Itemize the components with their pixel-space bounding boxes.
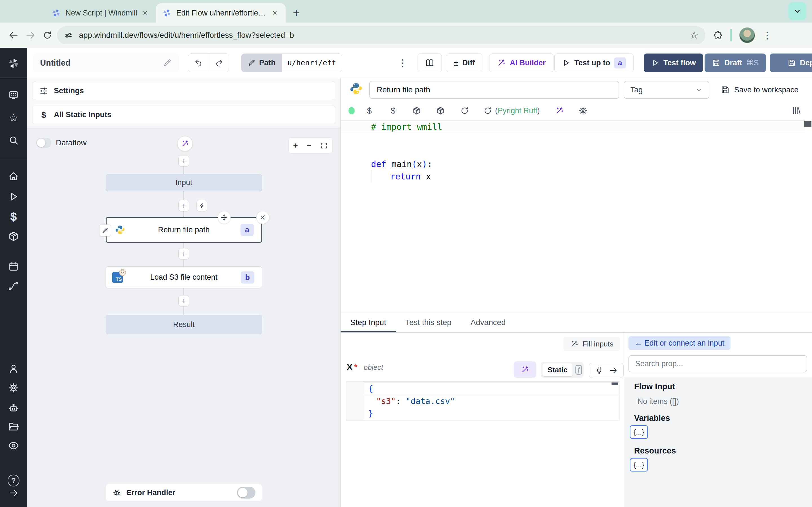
json-value-editor[interactable]: { "s3": "data.csv" } (346, 381, 619, 421)
insert-step-button[interactable]: + (179, 248, 189, 260)
sidebar-item-flows[interactable] (0, 278, 27, 294)
flow-graph-canvas[interactable]: Dataflow + − + Input + (27, 128, 340, 507)
fit-view-icon[interactable] (320, 142, 328, 150)
sidebar-item-schedules[interactable] (0, 259, 27, 274)
reset-icon[interactable] (482, 101, 493, 120)
new-tab-button[interactable]: + (286, 6, 307, 22)
close-icon (259, 214, 266, 221)
tab-test-this-step[interactable]: Test this step (396, 313, 461, 332)
editor-scrollbar[interactable] (804, 121, 811, 127)
code-editor[interactable]: # import wmill def main(x): return x (341, 120, 812, 312)
insert-step-button[interactable]: + (179, 155, 189, 166)
editor-settings-gear-icon[interactable] (577, 101, 589, 120)
browser-tab-active[interactable]: Edit Flow u/henri/effortless_fl × (156, 3, 286, 22)
sidebar-item-home[interactable] (0, 168, 27, 184)
flow-settings-button[interactable]: Settings (32, 82, 335, 100)
zoom-out-button[interactable]: − (306, 141, 312, 151)
pencil-icon (248, 59, 256, 67)
step-name-input[interactable] (369, 81, 619, 99)
sidebar-item-audit-logs[interactable] (0, 438, 27, 453)
error-handler-toggle[interactable] (237, 487, 255, 499)
diff-button[interactable]: ± Diff (446, 54, 483, 72)
search-prop-input[interactable] (628, 355, 807, 372)
dataflow-toggle[interactable] (36, 138, 51, 148)
node-step-b[interactable]: TS Load S3 file content b (106, 267, 262, 288)
sidebar-item-search[interactable] (0, 132, 27, 148)
forward-button[interactable] (23, 28, 38, 43)
node-input[interactable]: Input (106, 174, 262, 191)
redo-button[interactable] (209, 54, 229, 72)
add-trigger-bolt-button[interactable] (197, 200, 207, 211)
static-mode-button[interactable]: Static (543, 363, 573, 376)
browser-menu-kebab-icon[interactable]: ⋮ (762, 30, 772, 41)
test-flow-button[interactable]: Test flow (644, 54, 703, 72)
tag-select[interactable]: Tag (624, 81, 709, 99)
sidebar-item-workers[interactable] (0, 400, 27, 416)
variables-dollar-icon[interactable]: $ (388, 101, 399, 120)
sidebar-expand-icon[interactable] (0, 485, 27, 501)
variables-object-chip[interactable]: {...} (630, 425, 648, 439)
reload-button[interactable] (40, 28, 55, 43)
ai-builder-button[interactable]: AI Builder (489, 54, 553, 72)
json-editor-scrollbar[interactable] (612, 383, 618, 385)
edit-or-connect-button[interactable]: ← Edit or connect an input (628, 336, 730, 350)
arrow-right-icon[interactable] (609, 366, 617, 375)
more-options-kebab-icon[interactable]: ⋮ (397, 54, 408, 72)
sidebar-item-resources[interactable] (0, 228, 27, 244)
flow-title-box[interactable]: Untitled (33, 54, 179, 72)
sidebar-item-folders[interactable] (0, 419, 27, 435)
resource-cube-icon[interactable] (411, 101, 422, 120)
docs-button[interactable] (417, 54, 442, 72)
tab-search-chevron-button[interactable] (788, 2, 806, 20)
tab-step-input[interactable]: Step Input (341, 313, 396, 332)
resource-type-cube-icon[interactable] (435, 101, 446, 120)
edit-step-pencil-button[interactable] (99, 224, 111, 236)
draft-button[interactable]: Draft ⌘S (705, 54, 766, 72)
ai-fill-arg-button[interactable] (514, 361, 536, 378)
tab-close-icon[interactable]: × (142, 8, 149, 17)
insert-step-button[interactable]: + (179, 295, 189, 306)
zoom-in-button[interactable]: + (293, 141, 298, 151)
assets-dollar-icon[interactable]: $ (364, 101, 375, 120)
tab-advanced[interactable]: Advanced (461, 313, 515, 332)
insert-step-button[interactable]: + (179, 200, 189, 211)
plug-icon[interactable] (595, 366, 603, 375)
delete-node-button[interactable] (256, 211, 269, 224)
sidebar-item-runs[interactable] (0, 189, 27, 205)
path-value[interactable]: u/henri/eff (282, 54, 342, 72)
sidebar-item-workspace[interactable] (0, 87, 27, 103)
lsp-status-dot (347, 101, 356, 120)
ai-flow-wand-button[interactable] (177, 136, 193, 151)
tab-close-icon[interactable]: × (271, 8, 278, 17)
sidebar-item-users[interactable] (0, 361, 27, 377)
avatar[interactable] (739, 27, 755, 43)
undo-button[interactable] (188, 54, 209, 72)
move-node-button[interactable] (218, 211, 231, 224)
omnibox[interactable]: app.windmill.dev/flows/edit/u/henri/effo… (57, 26, 705, 44)
sidebar-item-settings[interactable] (0, 380, 27, 396)
test-up-to-button[interactable]: Test up to a (554, 54, 633, 72)
windmill-logo[interactable] (0, 55, 27, 71)
fill-inputs-button[interactable]: Fill inputs (563, 337, 620, 351)
javascript-expression-icon[interactable]: ƒ (575, 365, 582, 375)
node-step-a-selected[interactable]: Return file path a (106, 217, 262, 243)
save-to-workspace-button[interactable]: Save to workspace (721, 81, 799, 99)
resources-object-chip[interactable]: {...} (630, 458, 648, 471)
back-button[interactable] (6, 28, 21, 43)
reload-icon[interactable] (459, 101, 470, 120)
sidebar-item-variables[interactable]: $ (0, 209, 27, 225)
all-static-inputs-button[interactable]: $ All Static Inputs (32, 106, 335, 124)
path-editor[interactable]: Path u/henri/eff (241, 54, 342, 72)
node-result[interactable]: Result (106, 315, 262, 334)
deploy-button[interactable]: Deploy (770, 54, 812, 72)
extensions-puzzle-icon[interactable] (713, 30, 723, 40)
browser-tab-inactive[interactable]: New Script | Windmill × (45, 3, 156, 22)
edit-title-pencil-icon[interactable] (163, 58, 172, 67)
node-id-badge: b (241, 271, 255, 283)
path-label-segment[interactable]: Path (242, 54, 282, 72)
ai-wand-icon[interactable] (554, 101, 565, 120)
site-info-icon[interactable] (64, 31, 73, 40)
library-icon[interactable] (791, 101, 802, 120)
bookmark-star-icon[interactable]: ☆ (690, 29, 699, 41)
sidebar-item-favorites[interactable]: ☆ (0, 110, 27, 126)
